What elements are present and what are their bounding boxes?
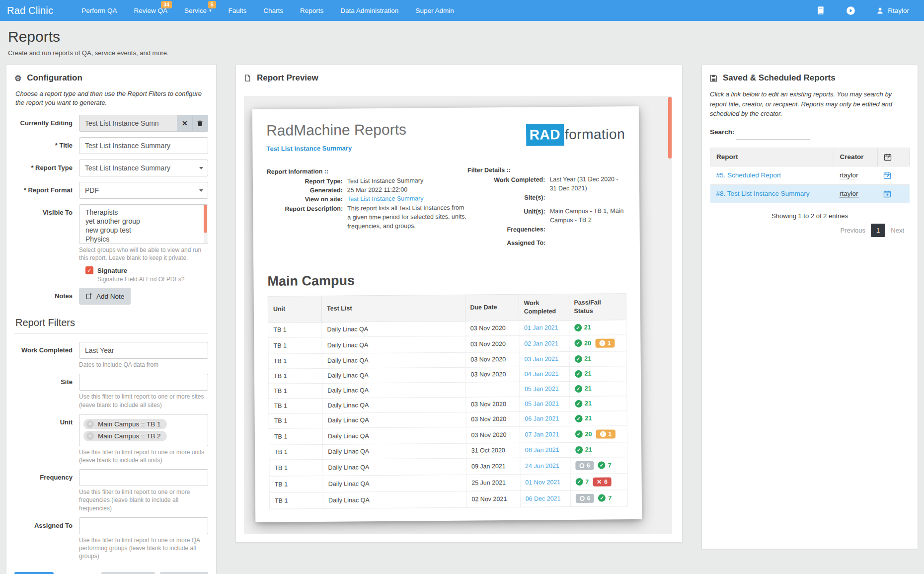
work-completed-link[interactable]: 02 Jan 2021 (524, 340, 558, 347)
signature-label: Signature (97, 267, 127, 274)
clear-editing-button[interactable]: ✕ (177, 115, 193, 132)
work-completed-link[interactable]: 01 Nov 2021 (525, 479, 560, 486)
saved-report-cell: #8. Test List Instance Summary (710, 184, 834, 203)
visible-to-option[interactable]: yet another group (85, 217, 202, 226)
unit-cell: TB 1 (269, 398, 322, 413)
brand-logo[interactable]: Rad Clinic (7, 5, 53, 16)
listbox-scrollbar[interactable] (204, 205, 207, 243)
pass-count: 21 (584, 355, 591, 362)
work-completed-cell: 08 Jan 2021 (520, 442, 570, 458)
note-add-icon (85, 293, 92, 300)
work-completed-link[interactable]: 06 Jan 2021 (525, 415, 559, 422)
visible-to-option[interactable]: Therapists (85, 208, 202, 217)
saved-report-link[interactable]: #5. Scheduled Report (716, 171, 781, 179)
unit-cell: TB 1 (269, 383, 322, 399)
report-format-select[interactable] (79, 182, 208, 199)
work-completed-link[interactable]: 03 Jan 2021 (524, 355, 558, 363)
save-button[interactable]: Save (14, 572, 54, 574)
nav-item-perform-qa[interactable]: Perform QA (73, 0, 125, 21)
report-info-label: Generated: (267, 186, 347, 195)
nav-item-charts[interactable]: Charts (255, 0, 292, 21)
work-completed-link[interactable]: 05 Jan 2021 (525, 385, 559, 393)
report-info-label: Report Description: (267, 204, 347, 232)
filter-detail-row: Unit(s):Main Campus - TB 1, Main Campus … (468, 206, 626, 226)
column-header-unit[interactable]: Unit (268, 296, 322, 323)
remove-tag-icon[interactable]: ✕ (86, 420, 94, 428)
schedule-cell[interactable] (877, 166, 909, 184)
search-input[interactable] (736, 125, 810, 140)
column-header-work-completed[interactable]: Work Completed (519, 294, 569, 321)
chevron-down-icon: ▾ (209, 8, 212, 13)
nav-item-faults[interactable]: Faults (220, 0, 255, 21)
report-info-value[interactable]: Test List Instance Summary (347, 194, 468, 204)
work-completed-link[interactable]: 07 Jan 2021 (525, 431, 559, 438)
status-badges: ✓21 (574, 370, 621, 378)
document-subtitle-link[interactable]: Test List Instance Summary (266, 144, 406, 153)
creator-link[interactable]: rtaylor (840, 190, 858, 198)
nav-item-data-administration[interactable]: Data Administration (332, 0, 407, 21)
schedule-column-header[interactable] (877, 148, 909, 166)
frequency-input[interactable] (79, 469, 208, 486)
pass-count: 7 (608, 462, 612, 469)
preview-viewport[interactable]: RadMachine Reports Test List Instance Su… (244, 96, 672, 534)
preview-scrollbar[interactable] (668, 97, 672, 159)
nav-item-super-admin[interactable]: Super Admin (407, 0, 462, 21)
nav-item-service[interactable]: Service▾5 (176, 0, 220, 21)
schedule-cell[interactable] (877, 184, 909, 203)
report-column-header[interactable]: Report (710, 148, 834, 166)
work-completed-link[interactable]: 01 Jan 2021 (524, 324, 558, 331)
column-header-pass-fail-status[interactable]: Pass/Fail Status (569, 294, 626, 321)
book-icon[interactable] (816, 6, 825, 15)
currently-editing-label: Currently Editing (14, 115, 79, 132)
pass-count: 7 (585, 479, 589, 486)
work-completed-link[interactable]: 08 Jan 2021 (525, 446, 559, 454)
work-completed-link[interactable]: 05 Jan 2021 (525, 400, 559, 408)
page-1-button[interactable]: 1 (871, 224, 885, 237)
work-completed-help: Dates to include QA data from (79, 361, 208, 369)
report-type-value[interactable] (79, 160, 208, 176)
nav-item-reports[interactable]: Reports (292, 0, 332, 21)
previous-page-button[interactable]: Previous (835, 224, 871, 237)
report-format-value[interactable] (79, 182, 208, 199)
work-completed-link[interactable]: 04 Jan 2021 (525, 370, 559, 378)
filter-detail-value (550, 224, 626, 234)
preview-button[interactable]: Preview (160, 572, 208, 574)
add-note-button[interactable]: Add Note (79, 288, 131, 305)
unit-tag[interactable]: ✕Main Campus :: TB 1 (83, 419, 167, 429)
check-icon: ✓ (574, 355, 582, 363)
creator-link[interactable]: rtaylor (840, 171, 858, 179)
signature-checkbox[interactable]: ✓ (85, 266, 93, 274)
not-done-icon (579, 463, 584, 468)
work-completed-link[interactable]: 06 Dec 2021 (526, 495, 561, 502)
creator-column-header[interactable]: Creator (834, 148, 877, 166)
visible-to-option[interactable]: Physics (85, 235, 202, 244)
nav-item-review-qa[interactable]: Review QA34 (125, 0, 176, 21)
site-input[interactable] (79, 374, 208, 391)
next-page-button[interactable]: Next (885, 224, 910, 237)
user-menu[interactable]: Rtaylor (876, 7, 909, 14)
remove-tag-icon[interactable]: ✕ (86, 432, 94, 440)
work-completed-link[interactable]: 24 Jun 2021 (525, 462, 559, 470)
pass-badge: ✓21 (574, 355, 591, 362)
unit-tag[interactable]: ✕Main Campus :: TB 2 (83, 431, 167, 441)
work-completed-input[interactable] (79, 342, 208, 359)
unit-tagbox[interactable]: ✕Main Campus :: TB 1✕Main Campus :: TB 2 (79, 414, 208, 446)
check-icon: ✓ (574, 370, 582, 378)
title-label: * Title (14, 137, 79, 154)
visible-to-option[interactable]: new group test (85, 226, 202, 235)
work-completed-cell: 04 Jan 2021 (519, 366, 569, 382)
play-circle-icon[interactable] (846, 6, 855, 15)
download-button[interactable]: Download (101, 572, 155, 574)
saved-report-link[interactable]: #8. Test List Instance Summary (716, 190, 810, 197)
report-type-select[interactable] (79, 160, 208, 176)
notdone-badge: 6 (575, 493, 594, 502)
title-input[interactable] (79, 137, 208, 154)
visible-to-help: Select groups who will be able to view a… (79, 246, 208, 262)
column-header-test-list[interactable]: Test List (321, 295, 465, 322)
column-header-due-date[interactable]: Due Date (465, 294, 519, 321)
visible-to-listbox[interactable]: Therapistsyet another groupnew group tes… (79, 204, 208, 244)
assigned-to-input[interactable] (79, 517, 208, 534)
navbar: Rad Clinic Perform QAReview QA34Service▾… (0, 0, 924, 21)
delete-report-button[interactable] (193, 115, 208, 132)
test-list-cell: Daily Linac QA (322, 412, 466, 428)
